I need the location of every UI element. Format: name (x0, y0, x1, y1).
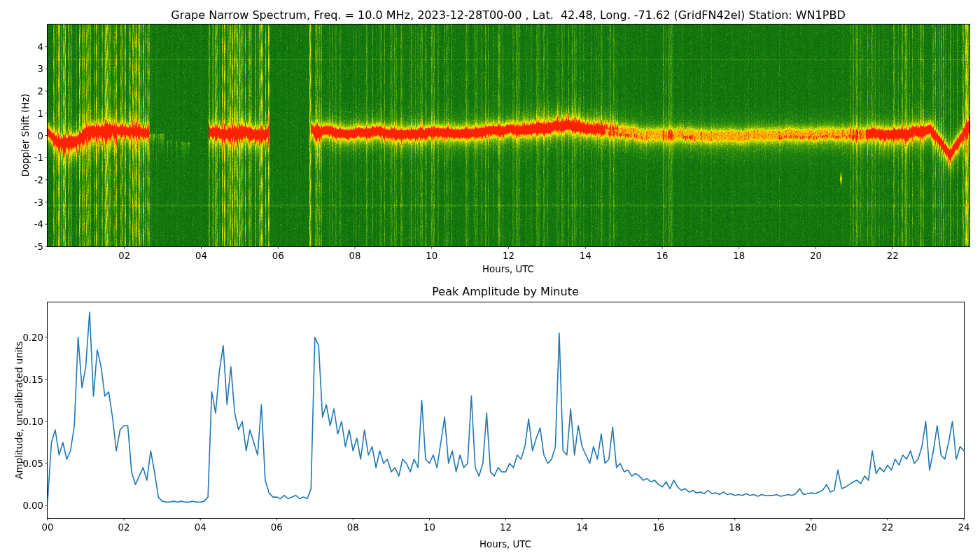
spectrogram-title: Grape Narrow Spectrum, Freq. = 10.0 MHz,… (171, 8, 845, 22)
amplitude-hours-axis-label: Hours, UTC (479, 539, 531, 550)
spectrogram-hours-axis-label: Hours, UTC (482, 264, 534, 274)
figure: Grape Narrow Spectrum, Freq. = 10.0 MHz,… (0, 0, 980, 560)
amplitude-title: Peak Amplitude by Minute (432, 285, 579, 298)
charts-overlay-svg (0, 0, 980, 560)
spectrogram-frame (48, 24, 970, 247)
doppler-shift-axis-label: Doppler Shift (Hz) (20, 94, 31, 177)
amplitude-axis-label: Amplitude, uncalibrated units (14, 341, 24, 479)
amplitude-line-series (48, 312, 964, 503)
